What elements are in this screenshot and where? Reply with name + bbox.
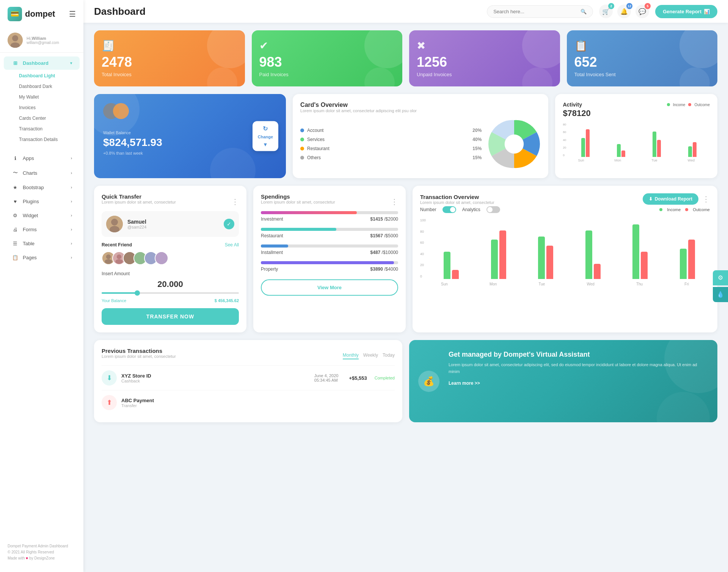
tab-monthly[interactable]: Monthly bbox=[343, 353, 359, 359]
sub-item-invoices[interactable]: Invoices bbox=[0, 102, 83, 113]
main-content: Dashboard 🔍 🛒 2 🔔 12 💬 5 Generate Report… bbox=[83, 0, 728, 572]
plugins-icon: ♥ bbox=[11, 199, 19, 204]
spendings-card: Spendings Lorem ipsum dolor sit amet, co… bbox=[253, 186, 406, 332]
wallet-amount: $824,571.93 bbox=[103, 136, 277, 149]
sub-item-my-wallet[interactable]: My Wallet bbox=[0, 92, 83, 102]
sidebar-label-forms: Forms bbox=[23, 227, 37, 232]
chevron-right-icon: › bbox=[71, 156, 72, 160]
va-desc: Lorem ipsum dolor sit amet, consectetur … bbox=[449, 362, 707, 375]
sidebar-item-charts[interactable]: 〜 Charts › bbox=[4, 166, 80, 180]
amount-slider-track[interactable] bbox=[102, 292, 239, 294]
tab-today[interactable]: Today bbox=[383, 353, 395, 359]
wallet-change: +0.8% than last week bbox=[103, 151, 277, 155]
va-learn-more-link[interactable]: Learn more >> bbox=[449, 381, 480, 386]
bell-icon-btn[interactable]: 🔔 12 bbox=[617, 5, 631, 18]
tx-bar-chart: 100806040200 bbox=[420, 218, 710, 279]
view-more-button[interactable]: View More bbox=[261, 279, 398, 296]
overview-title: Card's Overview bbox=[300, 102, 541, 108]
search-input[interactable] bbox=[493, 9, 577, 14]
transfer-now-button[interactable]: TRANSFER NOW bbox=[102, 308, 239, 325]
sidebar-item-table[interactable]: ☰ Table › bbox=[4, 237, 80, 250]
sidebar-item-widget[interactable]: ⚙ Widget › bbox=[4, 209, 80, 222]
tx-overview-menu-icon[interactable]: ⋮ bbox=[702, 194, 710, 204]
sidebar-label-table: Table bbox=[23, 241, 35, 246]
chevron-right-icon: › bbox=[71, 241, 72, 246]
sidebar: 💳 dompet ☰ Hi,William william@gmail.com … bbox=[0, 0, 83, 572]
see-all-link[interactable]: See All bbox=[225, 242, 239, 248]
sent-invoices-icon: 📋 bbox=[574, 39, 710, 52]
tab-weekly[interactable]: Weekly bbox=[363, 353, 378, 359]
balance-label: Your Balance bbox=[102, 298, 126, 303]
va-icon: 💰 bbox=[418, 371, 439, 392]
check-icon: ✓ bbox=[224, 219, 234, 229]
transaction-row: ⬇ XYZ Store ID Cashback June 4, 2020 05:… bbox=[102, 365, 395, 390]
stat-card-total-invoices: 🧾 2478 Total Invoices bbox=[94, 30, 245, 86]
sidebar-item-forms[interactable]: 🖨 Forms › bbox=[4, 223, 80, 236]
recent-friend-label: Recent Friend bbox=[102, 242, 132, 248]
sidebar-item-apps[interactable]: ℹ Apps › bbox=[4, 152, 80, 165]
bell-badge: 12 bbox=[626, 3, 632, 9]
spendings-menu-icon[interactable]: ⋮ bbox=[391, 197, 398, 206]
right-float-panel: ⚙ 💧 bbox=[713, 270, 728, 302]
quick-transfer-title: Quick Transfer bbox=[102, 193, 176, 200]
tx-row-status: Completed bbox=[375, 376, 395, 380]
overview-desc: Lorem ipsum dolor sit amet, consectetur … bbox=[300, 108, 541, 113]
shopping-icon-btn[interactable]: 🛒 2 bbox=[599, 5, 613, 18]
balance-value: $ 456,345.62 bbox=[215, 298, 239, 303]
tx-row-sub-2: Transfer bbox=[121, 403, 154, 408]
paid-invoices-icon: ✔ bbox=[259, 39, 395, 52]
sidebar-label-dashboard: Dashboard bbox=[23, 60, 49, 66]
sub-item-cards-center[interactable]: Cards Center bbox=[0, 113, 83, 124]
previous-transactions-card: Previous Transactions Lorem ipsum dolor … bbox=[94, 340, 402, 422]
sidebar-item-pages[interactable]: 📋 Pages › bbox=[4, 251, 80, 264]
bootstrap-icon: ★ bbox=[11, 185, 19, 190]
sub-item-transaction[interactable]: Transaction bbox=[0, 124, 83, 134]
float-settings-button[interactable]: ⚙ bbox=[713, 270, 728, 285]
number-toggle[interactable] bbox=[442, 206, 456, 213]
activity-amount: $78120 bbox=[563, 108, 710, 118]
spending-property: Property$3890 /$4000 bbox=[261, 261, 398, 272]
search-bar: 🔍 bbox=[487, 5, 593, 18]
forms-icon: 🖨 bbox=[11, 227, 19, 232]
sidebar-item-bootstrap[interactable]: ★ Bootstrap › bbox=[4, 181, 80, 194]
tx-row-sub: Cashback bbox=[121, 379, 151, 383]
transaction-overview-card: Transaction Overview Lorem ipsum dolor s… bbox=[413, 186, 717, 332]
apps-icon: ℹ bbox=[11, 155, 19, 161]
chevron-right-icon: › bbox=[71, 199, 72, 204]
activity-bar-chart: 806040200 bbox=[563, 123, 710, 157]
chevron-right-icon: › bbox=[71, 185, 72, 190]
analytics-toggle[interactable] bbox=[486, 206, 500, 213]
hamburger-menu[interactable]: ☰ bbox=[69, 9, 76, 19]
chat-icon-btn[interactable]: 💬 5 bbox=[635, 5, 649, 18]
transfer-avatar bbox=[106, 216, 123, 232]
transfer-user: Samuel @sam224 ✓ bbox=[102, 211, 239, 237]
prev-tx-desc: Lorem ipsum dolor sit amet, consectetur bbox=[102, 354, 176, 359]
sub-item-dashboard-light[interactable]: Dashboard Light bbox=[0, 71, 83, 81]
svg-point-3 bbox=[505, 135, 524, 154]
sidebar-item-plugins[interactable]: ♥ Plugins › bbox=[4, 195, 80, 208]
content-area: 🧾 2478 Total Invoices ✔ 983 Paid Invoice… bbox=[83, 23, 728, 572]
generate-report-button[interactable]: Generate Report 📊 bbox=[655, 5, 717, 18]
sub-item-transaction-details[interactable]: Transaction Details bbox=[0, 134, 83, 145]
activity-card: Activity Income Outcome $78120 806040200 bbox=[555, 94, 717, 178]
quick-transfer-menu-icon[interactable]: ⋮ bbox=[231, 197, 239, 206]
chat-badge: 5 bbox=[645, 3, 651, 9]
transfer-user-handle: @sam224 bbox=[127, 225, 146, 229]
spending-installment: Installment$487 /$10000 bbox=[261, 244, 398, 255]
stat-cards: 🧾 2478 Total Invoices ✔ 983 Paid Invoice… bbox=[94, 30, 717, 86]
svg-point-11 bbox=[117, 254, 121, 259]
svg-point-12 bbox=[115, 259, 123, 264]
change-button[interactable]: ↻ Change ▾ bbox=[253, 121, 278, 151]
avatar bbox=[8, 33, 23, 48]
sub-item-dashboard-dark[interactable]: Dashboard Dark bbox=[0, 81, 83, 92]
float-drop-button[interactable]: 💧 bbox=[713, 287, 728, 302]
download-report-button[interactable]: ⬇ Download Report bbox=[643, 193, 698, 205]
sidebar-item-dashboard[interactable]: ⊞ Dashboard ▾ bbox=[4, 56, 80, 70]
wallet-card: Wallet Balance $824,571.93 +0.8% than la… bbox=[94, 94, 286, 178]
widget-icon: ⚙ bbox=[11, 213, 19, 218]
cards-overview-card: Card's Overview Lorem ipsum dolor sit am… bbox=[293, 94, 548, 178]
sidebar-label-charts: Charts bbox=[23, 170, 37, 176]
chevron-right-icon: › bbox=[71, 255, 72, 260]
tx-row-name-2: ABC Payment bbox=[121, 398, 154, 403]
svg-point-8 bbox=[106, 254, 111, 259]
